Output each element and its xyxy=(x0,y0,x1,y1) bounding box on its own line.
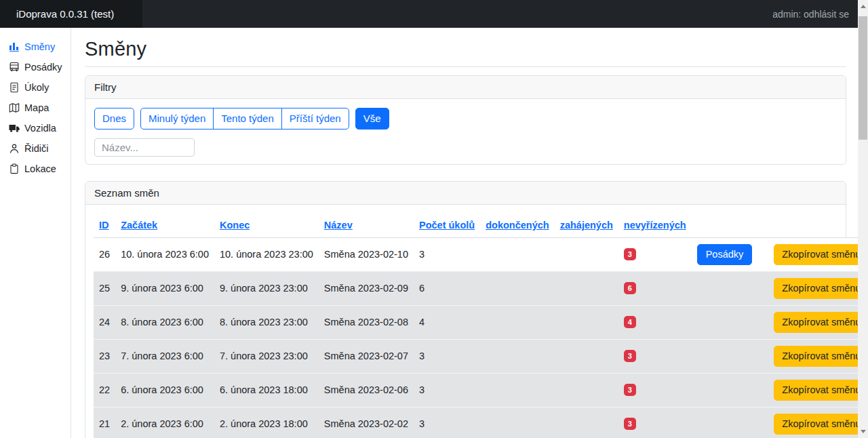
scroll-up-arrow-icon[interactable] xyxy=(858,1,868,12)
table-row: 25 9. února 2023 6:00 9. února 2023 23:0… xyxy=(94,271,868,305)
cell-end: 7. února 2023 23:00 xyxy=(214,339,319,373)
name-filter-input[interactable] xyxy=(94,138,195,157)
sort-id-link[interactable]: ID xyxy=(99,220,109,231)
cell-end: 6. února 2023 18:00 xyxy=(214,373,319,407)
cell-started xyxy=(555,407,618,438)
filter-today-button[interactable]: Dnes xyxy=(94,108,134,130)
filter-all-button[interactable]: Vše xyxy=(355,108,389,130)
file-text-icon xyxy=(9,82,20,93)
pending-badge: 3 xyxy=(624,248,636,260)
copy-shift-button[interactable]: Zkopírovat směnu xyxy=(774,312,868,333)
sidebar-item-label: Směny xyxy=(24,41,55,52)
pending-badge: 4 xyxy=(624,316,636,328)
sidebar-item-vozidla[interactable]: Vozidla xyxy=(0,118,71,138)
pending-badge: 3 xyxy=(624,384,636,396)
cell-name: Směna 2023-02-02 xyxy=(319,407,414,438)
copy-shift-button[interactable]: Zkopírovat směnu xyxy=(774,414,868,435)
cell-name: Směna 2023-02-09 xyxy=(319,271,414,305)
chart-bar-icon xyxy=(9,41,20,52)
sort-task-count-link[interactable]: Počet úkolů xyxy=(419,220,475,231)
cell-done xyxy=(480,305,554,339)
vertical-scrollbar[interactable] xyxy=(858,0,868,438)
sidebar-item-mapa[interactable]: Mapa xyxy=(0,98,71,118)
cell-name: Směna 2023-02-08 xyxy=(319,305,414,339)
sort-end-link[interactable]: Konec xyxy=(220,220,250,231)
copy-shift-button[interactable]: Zkopírovat směnu xyxy=(774,346,868,367)
table-row: 22 6. února 2023 6:00 6. února 2023 18:0… xyxy=(94,373,868,407)
title-divider xyxy=(85,66,846,67)
page-title: Směny xyxy=(85,38,846,60)
cell-start: 9. února 2023 6:00 xyxy=(115,271,214,305)
sidebar-item-smeny[interactable]: Směny xyxy=(0,37,71,57)
cell-start: 10. února 2023 6:00 xyxy=(115,237,214,271)
top-navbar: iDoprava 0.0.31 (test) admin: odhlásit s… xyxy=(0,0,868,28)
pending-badge: 3 xyxy=(624,350,636,362)
bus-icon xyxy=(9,62,20,73)
table-row: 26 10. února 2023 6:00 10. února 2023 23… xyxy=(94,237,868,271)
copy-shift-button[interactable]: Zkopírovat směnu xyxy=(774,278,868,299)
cell-end: 8. února 2023 23:00 xyxy=(214,305,319,339)
scrollbar-thumb[interactable] xyxy=(859,16,867,140)
cell-start: 8. února 2023 6:00 xyxy=(115,305,214,339)
main-content: Směny Filtry Dnes Minulý týden Tento týd… xyxy=(71,28,868,438)
shifts-card: Seznam směn ID Začátek Konec Název Počet… xyxy=(85,181,846,438)
sort-started-link[interactable]: zahájených xyxy=(560,220,613,231)
cell-done xyxy=(480,271,554,305)
cell-started xyxy=(555,339,618,373)
table-row: 23 7. února 2023 6:00 7. února 2023 23:0… xyxy=(94,339,868,373)
filter-buttons-row: Dnes Minulý týden Tento týden Příští týd… xyxy=(94,108,837,130)
posadky-button[interactable]: Posádky xyxy=(697,244,753,265)
filters-card-header: Filtry xyxy=(85,76,846,99)
table-header-row: ID Začátek Konec Název Počet úkolů dokon… xyxy=(94,214,868,238)
sort-pending-link[interactable]: nevyřízených xyxy=(624,220,686,231)
cell-name: Směna 2023-02-10 xyxy=(319,237,414,271)
copy-shift-button[interactable]: Zkopírovat směnu xyxy=(774,244,868,265)
cell-tasks: 4 xyxy=(414,305,480,339)
sort-name-link[interactable]: Název xyxy=(324,220,353,231)
sidebar-item-label: Lokace xyxy=(24,163,56,174)
filter-next-week-button[interactable]: Příští týden xyxy=(281,108,349,130)
sidebar-item-label: Posádky xyxy=(24,62,62,73)
filter-last-week-button[interactable]: Minulý týden xyxy=(140,108,214,130)
sidebar: Směny Posádky Úkoly xyxy=(0,28,71,438)
scroll-down-arrow-icon[interactable] xyxy=(858,426,868,437)
cell-tasks: 3 xyxy=(414,407,480,438)
cell-id: 21 xyxy=(94,407,115,438)
cell-end: 10. února 2023 23:00 xyxy=(214,237,319,271)
filter-this-week-button[interactable]: Tento týden xyxy=(213,108,282,130)
logout-link[interactable]: admin: odhlásit se xyxy=(772,9,868,20)
shifts-card-header: Seznam směn xyxy=(85,182,846,205)
sidebar-item-ridici[interactable]: Řidiči xyxy=(0,138,71,159)
cell-start: 7. února 2023 6:00 xyxy=(115,339,214,373)
sidebar-item-label: Mapa xyxy=(24,102,49,113)
sidebar-item-label: Vozidla xyxy=(24,123,56,134)
sidebar-item-posadky[interactable]: Posádky xyxy=(0,57,71,77)
cell-start: 2. února 2023 6:00 xyxy=(115,407,214,438)
cell-started xyxy=(555,373,618,407)
cell-started xyxy=(555,305,618,339)
sort-start-link[interactable]: Začátek xyxy=(121,220,157,231)
cell-tasks: 3 xyxy=(414,373,480,407)
cell-tasks: 3 xyxy=(414,237,480,271)
filters-card: Filtry Dnes Minulý týden Tento týden Pří… xyxy=(85,75,846,165)
cell-end: 9. února 2023 23:00 xyxy=(214,271,319,305)
sidebar-item-label: Úkoly xyxy=(24,82,49,93)
cell-start: 6. února 2023 6:00 xyxy=(115,373,214,407)
cell-done xyxy=(480,373,554,407)
cell-tasks: 6 xyxy=(414,271,480,305)
cell-done xyxy=(480,339,554,373)
cell-id: 23 xyxy=(94,339,115,373)
sidebar-item-lokace[interactable]: Lokace xyxy=(0,159,71,179)
app-brand-label: iDoprava 0.0.31 (test) xyxy=(16,8,114,20)
sort-done-link[interactable]: dokončených xyxy=(486,220,549,231)
copy-shift-button[interactable]: Zkopírovat směnu xyxy=(774,380,868,401)
app-brand[interactable]: iDoprava 0.0.31 (test) xyxy=(0,0,142,28)
table-row: 21 2. února 2023 6:00 2. února 2023 18:0… xyxy=(94,407,868,438)
table-row: 24 8. února 2023 6:00 8. února 2023 23:0… xyxy=(94,305,868,339)
cell-done xyxy=(480,237,554,271)
clipboard-icon xyxy=(9,163,20,174)
pending-badge: 3 xyxy=(624,418,636,430)
cell-name: Směna 2023-02-06 xyxy=(319,373,414,407)
sidebar-item-ukoly[interactable]: Úkoly xyxy=(0,77,71,98)
person-icon xyxy=(9,143,20,154)
